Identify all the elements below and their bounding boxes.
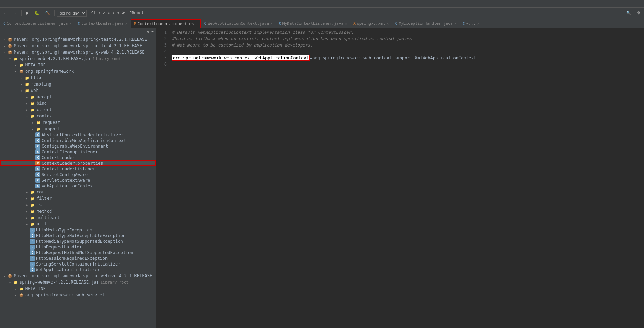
tree-item-maven2[interactable]: ▸📦Maven: org.springframework:spring-tx:4… [0,43,156,49]
forward-button[interactable]: → [11,10,19,16]
tree-item-ConfigurableWebEnvironment[interactable]: CConfigurableWebEnvironment [0,143,156,149]
tree-item-WebApplicationInitializer[interactable]: CWebApplicationInitializer [0,267,156,273]
tab-tab6[interactable]: X spring75.xml ✕ [350,19,392,28]
tab-close-button[interactable]: ✕ [270,22,273,26]
tab-close-button[interactable]: ✕ [196,22,198,26]
tree-arrow-filter[interactable]: ▸ [24,197,30,201]
tree-arrow-accept[interactable]: ▸ [24,95,30,99]
tab-close-button[interactable]: ✕ [477,22,479,26]
tree-item-org-springframework-web-servlet[interactable]: ▸📦org.springframework.web.servlet [0,292,156,298]
tree-item-jsf[interactable]: ▸📁jsf [0,202,156,208]
tree-item-HttpMediaTypeException[interactable]: CHttpMediaTypeException [0,227,156,233]
tree-item-web[interactable]: ▾📁web [0,87,156,94]
run-button[interactable]: ▶ [24,10,31,16]
tree-arrow-maven4[interactable]: ▸ [1,274,7,278]
folder-icon: 📁 [30,94,35,100]
tree-item-maven4[interactable]: ▸📦Maven: org.springframework:spring-webm… [0,273,156,279]
tree-item-WebApplicationContext[interactable]: CWebApplicationContext [0,183,156,189]
tree-arrow-bind[interactable]: ▸ [24,102,30,105]
tree-item-ConfigurableWebApplicationContext[interactable]: CConfigurableWebApplicationContext [0,138,156,143]
tree-arrow-spring-web-jar[interactable]: ▾ [7,57,13,61]
tree-item-HttpSessionRequiredException[interactable]: CHttpSessionRequiredException [0,256,156,261]
tree-arrow-http[interactable]: ▸ [18,76,24,80]
tree-arrow-method[interactable]: ▸ [24,209,30,213]
tree-arrow-web[interactable]: ▾ [18,89,24,93]
back-button[interactable]: ← [1,10,10,16]
tree-arrow-maven3[interactable]: ▸ [1,50,7,54]
tab-close-button[interactable]: ✕ [345,22,347,26]
tab-tab1[interactable]: C ContextLoaderListener.java ✕ [0,19,75,28]
tree-item-maven1[interactable]: ▸📦Maven: org.springframework:spring-test… [0,36,156,43]
tab-tab4[interactable]: C WebApplicationContext.java ✕ [201,19,276,28]
tab-tab5[interactable]: C MyDataContextListener.java ✕ [276,19,350,28]
tree-item-request[interactable]: ▸📁request [0,119,156,126]
tree-item-ContextLoaderListener[interactable]: CContextLoaderListener [0,166,156,172]
tree-item-meta-inf2[interactable]: ▸📁META-INF [0,285,156,292]
tree-item-meta-inf[interactable]: ▸📁META-INF [0,62,156,68]
editor-area[interactable]: 1# Default WebApplicationContext impleme… [156,28,644,328]
tree-arrow-org-springframework-web-servlet[interactable]: ▸ [13,293,18,297]
tree-item-filter[interactable]: ▸📁filter [0,195,156,202]
tree-arrow-jsf[interactable]: ▸ [24,203,30,207]
tab-close-button[interactable]: ✕ [387,22,389,26]
tree-item-ContextLoader.properties[interactable]: PContextLoader.properties [0,160,156,166]
tab-tab7[interactable]: C MyExceptionHandler.java ✕ [392,19,459,28]
tree-arrow-spring-webmvc-jar[interactable]: ▾ [7,280,13,284]
class-icon: C [35,166,40,171]
tree-item-multipart[interactable]: ▸📁multipart [0,214,156,221]
tree-arrow-meta-inf2[interactable]: ▸ [13,287,18,291]
tree-arrow-request[interactable]: ▸ [30,121,35,125]
tree-arrow-org-springframework[interactable]: ▾ [13,70,18,73]
tree-item-HttpRequestMethodNotSupportedException[interactable]: CHttpRequestMethodNotSupportedException [0,250,156,256]
tree-item-AbstractContextLoaderInitializer[interactable]: CAbstractContextLoaderInitializer [0,132,156,138]
tree-item-context[interactable]: ▾📁context [0,113,156,119]
tree-label: META-INF [25,62,46,67]
settings-button[interactable]: ⚙ [635,10,643,16]
tree-arrow-util[interactable]: ▸ [24,222,30,226]
tab-tab8[interactable]: C w... ✕ [459,19,483,28]
tab-close-button[interactable]: ✕ [125,22,127,26]
tree-item-ContextCleanupListener[interactable]: CContextCleanupListener [0,149,156,155]
tree-item-client[interactable]: ▸📁client [0,106,156,113]
tree-item-http[interactable]: ▸📁http [0,75,156,81]
tree-item-HttpMediaTypeNotAcceptableException[interactable]: CHttpMediaTypeNotAcceptableException [0,233,156,239]
tree-item-accept[interactable]: ▸📁accept [0,94,156,100]
class-icon: C [35,132,40,137]
tree-arrow-maven1[interactable]: ▸ [1,38,7,42]
project-dropdown[interactable]: spring_tiny [57,10,87,17]
tree-item-org-springframework[interactable]: ▾📦org.springframework [0,68,156,75]
tab-tab3[interactable]: P ContextLoader.properties ✕ [131,19,201,28]
tree-item-HttpRequestHandler[interactable]: CHttpRequestHandler [0,244,156,250]
tree-arrow-remoting[interactable]: ▸ [18,82,24,86]
tree-item-ServletContextAware[interactable]: CServletContextAware [0,177,156,183]
tree-arrow-multipart[interactable]: ▸ [24,216,30,220]
tree-arrow-support[interactable]: ▸ [30,127,35,131]
build-button[interactable]: 🔨 [43,10,52,16]
tree-item-util[interactable]: ▸📁util [0,221,156,227]
tab-icon: X [353,22,356,26]
tree-item-support[interactable]: ▸📁support [0,126,156,132]
tree-item-spring-webmvc-jar[interactable]: ▾📁spring-webmvc-4.2.1.RELEASE.jar librar… [0,279,156,285]
tree-item-ServletConfigAware[interactable]: CServletConfigAware [0,172,156,177]
debug-button[interactable]: 🐛 [32,10,42,16]
tree-item-SpringServletContainerInitializer[interactable]: CSpringServletContainerInitializer [0,261,156,267]
tree-item-maven3[interactable]: ▸📦Maven: org.springframework:spring-web:… [0,49,156,55]
tree-item-cors[interactable]: ▸📁cors [0,189,156,195]
tree-arrow-client[interactable]: ▸ [24,108,30,112]
tree-item-spring-web-jar[interactable]: ▾📁spring-web-4.2.1.RELEASE.jar library r… [0,55,156,62]
tree-item-ContextLoader[interactable]: CContextLoader [0,155,156,160]
tree-label: SpringServletContainerInitializer [36,262,120,267]
tree-arrow-context[interactable]: ▾ [24,114,30,118]
tree-item-HttpMediaTypeNotSupportedException[interactable]: CHttpMediaTypeNotSupportedException [0,239,156,244]
sidebar-gear-icon[interactable]: ⚙ ≡ [147,30,154,34]
tab-close-button[interactable]: ✕ [454,22,456,26]
tree-item-bind[interactable]: ▸📁bind [0,100,156,106]
tree-arrow-maven2[interactable]: ▸ [1,44,7,48]
search-button[interactable]: 🔍 [624,10,633,16]
tree-item-method[interactable]: ▸📁method [0,208,156,214]
tree-arrow-meta-inf[interactable]: ▸ [13,63,18,67]
tab-tab2[interactable]: C ContextLoader.java ✕ [75,19,130,28]
tree-arrow-cors[interactable]: ▸ [24,190,30,194]
tree-item-remoting[interactable]: ▸📁remoting [0,81,156,87]
tab-close-button[interactable]: ✕ [69,22,71,26]
